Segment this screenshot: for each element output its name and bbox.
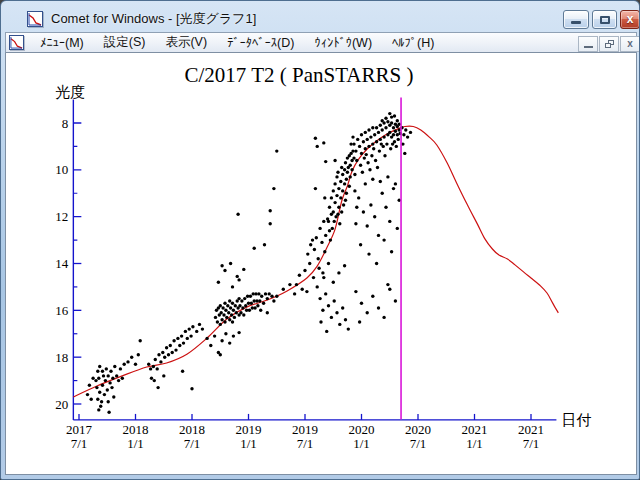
observation-point	[318, 297, 321, 300]
observation-point	[253, 247, 256, 250]
observation-point	[364, 131, 367, 134]
mdi-restore-button[interactable]	[599, 36, 619, 52]
observation-point	[224, 309, 227, 312]
observation-point	[394, 182, 397, 185]
chart-title: C/2017 T2 ( PanSTARRS )	[185, 63, 414, 87]
observation-point	[355, 206, 358, 209]
menu-item-1[interactable]: 設定(S)	[94, 32, 156, 53]
observation-point	[371, 178, 374, 181]
observation-point	[339, 180, 342, 183]
x-tick-label-date: 1/1	[466, 436, 483, 451]
observation-point	[389, 147, 392, 150]
observation-point	[228, 299, 231, 302]
observation-point	[352, 156, 355, 159]
observation-point	[345, 178, 348, 181]
observation-point	[109, 370, 112, 373]
observation-point	[225, 316, 228, 319]
observation-point	[378, 149, 381, 152]
menu-item-4[interactable]: ｳｨﾝﾄﾞｳ(W)	[304, 34, 382, 52]
menu-item-0[interactable]: ﾒﾆｭｰ(M)	[30, 34, 94, 52]
observation-point	[322, 220, 325, 223]
close-button[interactable]: x	[620, 10, 640, 29]
x-tick-label-year: 2018	[123, 422, 149, 437]
observation-point	[96, 370, 99, 373]
minimize-button[interactable]	[563, 10, 589, 29]
observation-point	[322, 141, 325, 144]
observation-point	[358, 320, 361, 323]
y-tick-label: 16	[55, 303, 69, 318]
observation-point	[181, 370, 184, 373]
mdi-close-button[interactable]: x	[620, 36, 640, 52]
observation-point	[362, 140, 365, 143]
observation-point	[231, 285, 234, 288]
menu-item-3[interactable]: ﾃﾞｰﾀﾍﾞｰｽ(D)	[217, 34, 304, 52]
observation-point	[349, 175, 352, 178]
observation-point	[317, 267, 320, 270]
observation-point	[314, 187, 317, 190]
mdi-minimize-button[interactable]	[578, 36, 598, 52]
observation-point	[154, 358, 157, 361]
observation-point	[364, 182, 367, 185]
observation-point	[323, 250, 326, 253]
maximize-icon	[600, 16, 610, 24]
title-bar[interactable]: Comet for Windows - [光度グラフ1] x	[1, 1, 639, 32]
menu-item-5[interactable]: ﾍﾙﾌﾟ(H)	[382, 34, 444, 52]
observation-point	[406, 135, 409, 138]
observation-point	[333, 220, 336, 223]
observation-point	[180, 334, 183, 337]
observation-point	[391, 142, 394, 145]
observation-point	[370, 154, 373, 157]
observation-point	[336, 171, 339, 174]
observation-point	[103, 393, 106, 396]
maximize-button[interactable]	[592, 10, 617, 29]
observation-point	[327, 262, 330, 265]
observation-point	[104, 379, 107, 382]
observation-point	[347, 327, 350, 330]
y-tick-label: 14	[55, 256, 69, 271]
observation-point	[403, 152, 406, 155]
observation-point	[395, 145, 398, 148]
observation-point	[231, 320, 234, 323]
observation-point	[178, 344, 181, 347]
observation-point	[226, 304, 229, 307]
observation-point	[385, 142, 388, 145]
observation-point	[88, 384, 91, 387]
observation-point	[369, 203, 372, 206]
observation-point	[121, 377, 124, 380]
observation-point	[306, 252, 309, 255]
observation-point	[319, 320, 322, 323]
observation-point	[388, 112, 391, 115]
y-tick-label: 8	[62, 116, 69, 131]
observation-point	[176, 337, 179, 340]
observation-point	[330, 316, 333, 319]
observation-point	[371, 126, 374, 129]
observation-point	[335, 194, 338, 197]
x-tick-label-date: 7/1	[71, 436, 88, 451]
observation-point	[272, 299, 275, 302]
observation-point	[377, 306, 380, 309]
app-window: Comet for Windows - [光度グラフ1] x ﾒﾆｭｰ(M)設定…	[0, 0, 640, 480]
observation-point	[380, 142, 383, 145]
observation-point	[321, 271, 324, 274]
x-tick-label-year: 2018	[179, 422, 205, 437]
observation-point	[388, 131, 391, 134]
observation-point	[91, 377, 94, 380]
observation-point	[243, 297, 246, 300]
observation-point	[107, 374, 110, 377]
mdi-child-icon[interactable]	[9, 35, 24, 50]
observation-point	[189, 334, 192, 337]
observation-point	[242, 313, 245, 316]
menu-item-2[interactable]: 表示(V)	[155, 32, 217, 53]
observation-point	[222, 313, 225, 316]
observation-point	[275, 295, 278, 298]
observation-point	[165, 346, 168, 349]
observation-point	[379, 138, 382, 141]
observation-point	[220, 339, 223, 342]
observation-point	[113, 365, 116, 368]
observation-point	[326, 217, 329, 220]
observation-point	[335, 175, 338, 178]
x-tick-label-year: 2017	[66, 422, 93, 437]
observation-point	[397, 138, 400, 141]
observation-point	[220, 311, 223, 314]
observation-point	[344, 161, 347, 164]
